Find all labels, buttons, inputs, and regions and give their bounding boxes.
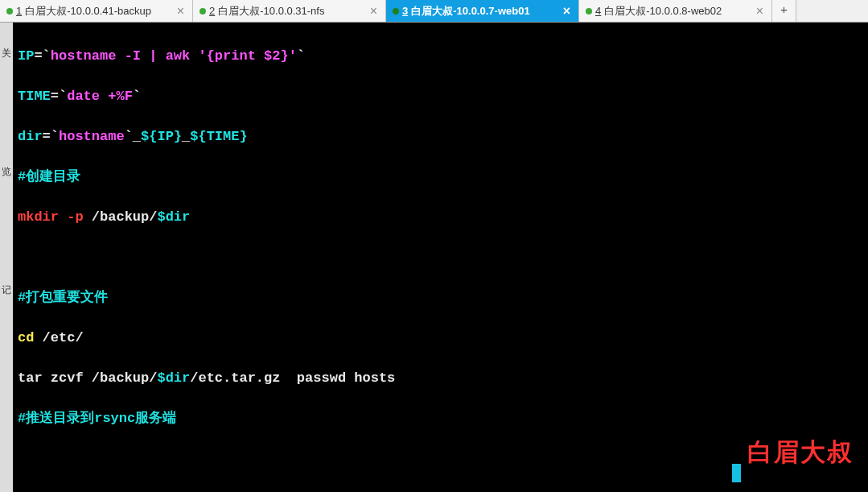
tab-2[interactable]: 2 白眉大叔-10.0.0.31-nfs ×: [193, 0, 386, 22]
tab-1[interactable]: 1 白眉大叔-10.0.0.41-backup ×: [0, 0, 193, 22]
code-text: _: [182, 129, 190, 144]
code-cmd: cd: [18, 330, 43, 345]
tab-bar: 1 白眉大叔-10.0.0.41-backup × 2 白眉大叔-10.0.0.…: [0, 0, 868, 23]
code-text: /etc.tar.gz passwd hosts: [190, 370, 395, 386]
sidebar-left: 关 览 记: [0, 23, 13, 492]
code-text: _: [133, 129, 141, 144]
code-text: =`: [51, 89, 67, 104]
sidebar-char[interactable]: 关: [2, 47, 11, 60]
tab-3[interactable]: 3 白眉大叔-10.0.0.7-web01 ×: [386, 0, 579, 22]
sidebar-char[interactable]: 记: [2, 283, 11, 297]
tab-label: 白眉大叔-10.0.0.8-web02: [604, 4, 722, 19]
code-comment: #推送目录到rsync服务端: [18, 411, 176, 426]
code-var: ${IP}: [141, 129, 182, 144]
tab-number: 2: [209, 5, 215, 17]
tab-label: 白眉大叔-10.0.0.31-nfs: [218, 4, 324, 19]
code-var: TIME: [18, 89, 51, 104]
tab-label: 白眉大叔-10.0.0.7-web01: [411, 4, 529, 19]
tab-number: 3: [402, 5, 408, 17]
code-text: `: [297, 48, 305, 64]
status-dot-icon: [200, 8, 206, 14]
code-comment: #创建目录: [18, 169, 80, 184]
tab-4[interactable]: 4 白眉大叔-10.0.0.8-web02 ×: [579, 0, 772, 22]
code-var: $dir: [157, 370, 190, 386]
code-text: /backup/: [92, 209, 158, 225]
code-var: IP: [18, 48, 34, 64]
new-tab-button[interactable]: +: [772, 0, 796, 22]
close-icon[interactable]: ×: [755, 4, 765, 19]
code-text: `: [125, 129, 133, 144]
terminal[interactable]: IP=`hostname -I | awk '{print $2}'` TIME…: [13, 23, 868, 492]
code-var: dir: [18, 129, 43, 144]
close-icon[interactable]: ×: [175, 4, 186, 19]
close-icon[interactable]: ×: [562, 4, 572, 19]
tab-number: 4: [595, 5, 601, 17]
status-dot-icon: [393, 8, 399, 14]
tab-number: 1: [16, 5, 22, 17]
code-cmd: hostname: [59, 129, 125, 144]
code-text: `: [133, 89, 141, 104]
code-cmd: hostname -I | awk '{print $2}': [51, 48, 297, 64]
code-text: =`: [43, 129, 59, 144]
code-cmd: mkdir -p: [18, 209, 92, 225]
terminal-cursor-icon: [732, 464, 741, 482]
code-var: $dir: [157, 209, 190, 225]
code-comment: #打包重要文件: [18, 290, 108, 305]
watermark: 白眉大叔: [747, 436, 854, 469]
status-dot-icon: [6, 8, 13, 14]
code-text: tar zcvf /backup/: [18, 370, 157, 386]
code-text: =`: [34, 48, 50, 64]
status-dot-icon: [586, 8, 592, 14]
code-cmd: date +%F: [67, 89, 133, 104]
code-var: ${TIME}: [190, 129, 247, 144]
sidebar-char[interactable]: 览: [2, 165, 11, 179]
close-icon[interactable]: ×: [368, 4, 379, 19]
tab-label: 白眉大叔-10.0.0.41-backup: [25, 4, 151, 19]
code-text: /etc/: [43, 330, 84, 345]
